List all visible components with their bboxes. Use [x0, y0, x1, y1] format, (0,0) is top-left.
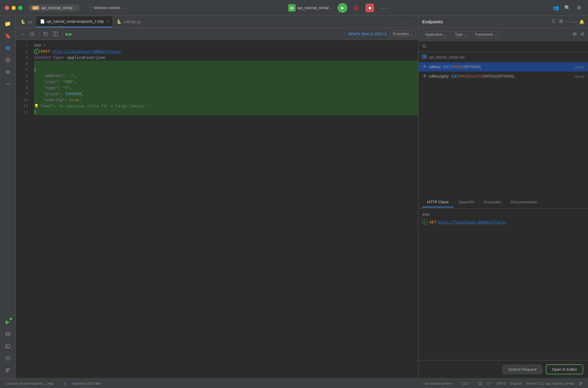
tab-overflow[interactable]: ⌄ ⋯	[401, 19, 417, 24]
sidebar-item-database[interactable]	[2, 329, 13, 340]
list-icon[interactable]	[559, 19, 563, 25]
status-git-icon[interactable]	[579, 381, 583, 385]
svg-point-7	[9, 84, 10, 85]
status-json-bracket[interactable]: {}	[64, 382, 66, 385]
editor-toolbar: + ▶▶	[16, 28, 418, 40]
status-indent[interactable]: 0 space	[510, 382, 522, 385]
line-numbers: 1 2 3 4 5 6 7 8 9 10 11 12	[16, 40, 30, 378]
whats-new-link[interactable]: What's New in 2024.2	[346, 30, 389, 37]
spiral-icon[interactable]	[580, 32, 584, 37]
tab-close-icon[interactable]: ✕	[106, 19, 109, 23]
sidebar-item-git[interactable]	[2, 365, 13, 376]
sidebar-item-plugins[interactable]	[2, 55, 13, 65]
line-num-11: 11	[16, 103, 28, 109]
split-btn[interactable]	[51, 30, 60, 38]
code-line-1: ### ✓	[34, 42, 418, 48]
traffic-lights	[5, 6, 22, 10]
examples-label: Examples	[393, 32, 409, 36]
http-preview-request: GET http://localhost:8000/offers/	[422, 219, 584, 225]
sidebar-item-structure[interactable]: ⊞	[2, 42, 13, 53]
dj-logo-group: dj api_tutorial_rental ⌄	[288, 4, 333, 12]
status-encoding-sync[interactable]	[478, 381, 482, 385]
sidebar-item-terminal[interactable]	[2, 341, 13, 352]
tab-examples[interactable]: Examples	[479, 197, 506, 207]
code-content[interactable]: ### ✓ POST http://localhost:8000/offers/…	[30, 40, 418, 378]
more-icon[interactable]: ⋯	[566, 19, 570, 24]
maximize-traffic-light[interactable]	[18, 6, 22, 10]
svg-point-21	[573, 33, 576, 35]
http-run-btn[interactable]	[422, 219, 428, 225]
line-num-12: 12	[16, 109, 28, 115]
filter-type-chevron: ⌄	[464, 32, 467, 37]
http-url[interactable]: http://localhost:8000/offers/	[438, 220, 506, 224]
endpoint-group: api_tutorial_rental.urls	[419, 52, 588, 62]
line-num-1: 1	[16, 42, 28, 48]
examples-dropdown[interactable]: Examples ⌄	[390, 31, 416, 37]
filter-framework-btn[interactable]: Framework ⌄	[472, 31, 500, 38]
code-line-4	[34, 61, 418, 67]
history-btn[interactable]	[28, 30, 36, 38]
eye-icon[interactable]	[572, 32, 577, 37]
tab-openapi[interactable]: OpenAPI	[453, 197, 479, 207]
status-position[interactable]: 12:2	[462, 382, 468, 385]
status-utf8[interactable]: UTF-8	[496, 382, 505, 385]
endpoint-row-1[interactable]: /offers/ [GET|POST|OPTIONS] urls.py	[419, 62, 588, 72]
run-all-btn[interactable]: ▶▶	[65, 30, 73, 38]
svg-point-8	[6, 332, 10, 334]
endpoint-search-input[interactable]	[428, 44, 584, 49]
status-lf[interactable]: LF	[487, 382, 491, 385]
http-preview: ### GET http://localhost:8000/offers/	[419, 209, 588, 360]
status-file[interactable]: i_tutorial_rental-endpoints_1.http	[5, 382, 53, 385]
bell-icon[interactable]: 🔔	[579, 19, 584, 24]
filter-application-btn[interactable]: Application ⌄	[422, 31, 450, 38]
status-python[interactable]: Python 3.11 (api_tutorial_rental)	[526, 382, 574, 385]
sidebar-item-folder[interactable]: 📁	[2, 18, 13, 29]
endpoint-row-2[interactable]: /offers/{pk}/ [GET|PUT|DELETE|PATCH|OPTI…	[419, 72, 588, 81]
minimize-icon[interactable]: —	[573, 19, 577, 24]
sidebar-item-problems[interactable]	[2, 353, 13, 364]
close-traffic-light[interactable]	[5, 6, 9, 10]
run-gutter-icon[interactable]	[34, 49, 39, 54]
project-selector[interactable]: AR api_tutorial_rental ⌄	[28, 4, 80, 11]
status-server[interactable]: <no default server>	[423, 382, 452, 385]
submit-request-btn[interactable]: Submit Request	[503, 365, 542, 374]
endpoint-1-file: urls.py	[575, 65, 584, 69]
sidebar-item-layers[interactable]	[2, 67, 13, 78]
status-injected[interactable]: <Injected JSON file>	[71, 382, 102, 385]
filter-bar: Application ⌄ Type ⌄ Framework ⌄	[419, 28, 588, 41]
endpoints-header: Endpoints ⋯ — 🔔	[419, 16, 588, 28]
search-everywhere-icon[interactable]: 🔍	[563, 4, 572, 12]
project-name2: api_tutorial_rental	[297, 5, 329, 10]
tab-py[interactable]: 🐍 .py	[17, 16, 36, 27]
filter-application-label: Application	[425, 32, 443, 37]
code-line-11: 💡 "text" : "A spacious villa for a large…	[34, 103, 418, 109]
refresh-icon[interactable]	[551, 19, 556, 25]
line-num-8: 8	[16, 85, 28, 91]
version-control-btn[interactable]: ⑂ Version control ⌄	[89, 5, 124, 10]
left-sidebar: 📁 🔖 ⊞ ▶	[0, 16, 16, 378]
minimize-traffic-light[interactable]	[12, 6, 16, 10]
collaboration-icon[interactable]: 👥	[552, 4, 560, 12]
titlebar: AR api_tutorial_rental ⌄ ⑂ Version contr…	[0, 0, 588, 16]
add-btn[interactable]: +	[18, 30, 27, 38]
copy-btn[interactable]	[42, 30, 50, 38]
svg-rect-19	[559, 21, 563, 22]
run-button[interactable]: ▶	[338, 3, 347, 13]
filter-type-label: Type	[455, 32, 463, 37]
tab-settings-py[interactable]: 🐍 settings.py	[113, 16, 144, 27]
http-method: GET	[429, 220, 436, 224]
tab-endpoints-http[interactable]: 📄 api_tutorial_rental-endpoints_1.http ✕	[36, 16, 112, 27]
tab-http-client[interactable]: HTTP Client	[422, 197, 453, 207]
sidebar-item-more[interactable]	[2, 79, 13, 90]
tab-documentation[interactable]: Documentation	[506, 197, 542, 207]
stop-icon[interactable]: ■	[366, 4, 374, 12]
sidebar-item-run[interactable]: ▶	[2, 316, 13, 327]
settings-icon[interactable]: ⚙	[575, 4, 583, 12]
filter-type-btn[interactable]: Type ⌄	[452, 31, 470, 38]
debug-icon[interactable]: 🐞	[352, 4, 361, 12]
svg-rect-18	[559, 20, 563, 20]
more-actions-icon[interactable]: ⋯	[379, 4, 387, 12]
sidebar-item-bookmarks[interactable]: 🔖	[2, 30, 13, 41]
filter-framework-chevron: ⌄	[494, 32, 497, 37]
open-in-editor-btn[interactable]: Open in Editor	[546, 364, 583, 374]
